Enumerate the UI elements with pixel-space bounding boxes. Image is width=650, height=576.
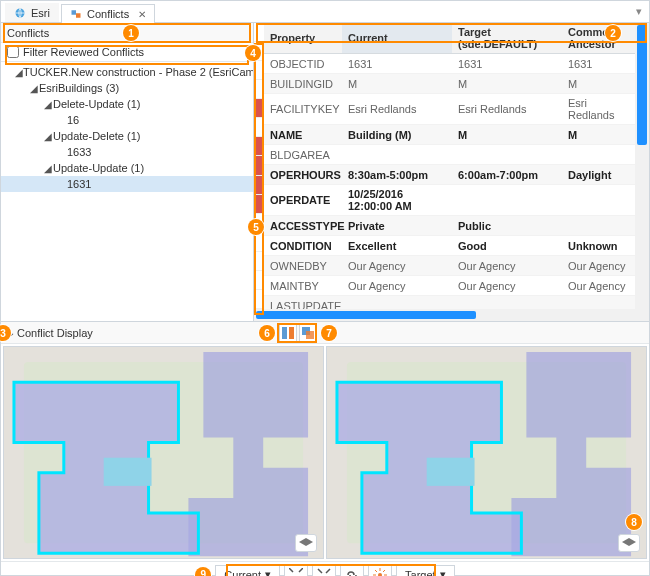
scroll-thumb[interactable] xyxy=(256,311,476,319)
callout-4: 4 xyxy=(245,45,261,61)
filter-reviewed-checkbox[interactable] xyxy=(7,46,19,58)
display-toolbar: 6 7 xyxy=(261,324,335,342)
table-row[interactable]: CONDITIONExcellentGoodUnknown xyxy=(264,236,635,256)
top-row: Conflicts Filter Reviewed Conflicts 4 ◢T… xyxy=(1,23,649,321)
vertical-scrollbar[interactable] xyxy=(635,23,649,309)
callout-7: 7 xyxy=(321,325,337,341)
arrows-out-icon xyxy=(317,568,331,576)
col-ancestor[interactable]: Common Ancestor xyxy=(562,23,635,54)
svg-rect-3 xyxy=(282,327,287,339)
zoom-extent-in-button[interactable] xyxy=(284,565,308,576)
filter-row: Filter Reviewed Conflicts 4 xyxy=(1,43,253,62)
callout-6: 6 xyxy=(259,325,275,341)
map-svg xyxy=(4,347,323,558)
layers-icon xyxy=(299,538,313,548)
target-dropdown[interactable]: Target▾ xyxy=(396,565,455,576)
display-bottom-toolbar: 9 Current▾ Target▾ xyxy=(1,561,649,576)
flash-icon xyxy=(373,568,387,576)
table-row[interactable]: OPERDATE10/25/2016 12:00:00 AM xyxy=(264,185,635,216)
conflicts-tree[interactable]: ◢TUCKER.New construction - Phase 2 (Esri… xyxy=(1,62,253,321)
map-widget-button[interactable] xyxy=(618,534,640,552)
map-target[interactable]: 8 xyxy=(326,346,647,559)
horizontal-scrollbar[interactable] xyxy=(254,309,649,321)
tree-item-selected[interactable]: 1631 xyxy=(1,176,253,192)
filter-label: Filter Reviewed Conflicts xyxy=(23,46,144,58)
table-row[interactable]: OPERHOURS8:30am-5:00pm6:00am-7:00pmDayli… xyxy=(264,165,635,185)
tab-label: Conflicts xyxy=(87,8,129,20)
callout-9: 9 xyxy=(195,567,211,576)
tab-strip: Esri Conflicts ✕ ▾ xyxy=(1,1,649,23)
link-views-button[interactable] xyxy=(340,565,364,576)
svg-rect-17 xyxy=(427,458,475,486)
flash-button[interactable] xyxy=(368,565,392,576)
tab-esri[interactable]: Esri xyxy=(5,3,59,22)
main-split: Conflicts Filter Reviewed Conflicts 4 ◢T… xyxy=(1,23,649,576)
table-row[interactable]: FACILITYKEYEsri RedlandsEsri RedlandsEsr… xyxy=(264,94,635,125)
overlay-icon xyxy=(302,327,314,339)
conflict-display-section: 3 ⌄ Conflict Display 6 7 xyxy=(1,321,649,576)
svg-rect-2 xyxy=(76,13,81,18)
table-row[interactable]: OWNEDBYOur AgencyOur AgencyOur Agency xyxy=(264,256,635,276)
zoom-extent-out-button[interactable] xyxy=(312,565,336,576)
map-container: 8 xyxy=(1,344,649,561)
view-overlay-button[interactable] xyxy=(299,324,317,342)
tree-item[interactable]: 1633 xyxy=(1,144,253,160)
table-row[interactable]: NAMEBuilding (M)MM xyxy=(264,125,635,145)
conflicts-pane: Esri Conflicts ✕ ▾ Conflicts Filter Revi… xyxy=(0,0,650,576)
tab-conflicts[interactable]: Conflicts ✕ xyxy=(61,4,155,23)
svg-marker-18 xyxy=(622,538,636,546)
map-widget-button[interactable] xyxy=(295,534,317,552)
tree-item[interactable]: 16 xyxy=(1,112,253,128)
callout-2: 2 xyxy=(605,25,621,41)
tree-group-update-update[interactable]: ◢Update-Update (1) xyxy=(1,160,253,176)
tree-layer[interactable]: ◢EsriBuildings (3) xyxy=(1,80,253,96)
layers-icon xyxy=(622,538,636,548)
tab-label: Esri xyxy=(31,7,50,19)
table-row[interactable]: BLDGAREA xyxy=(264,145,635,165)
table-row[interactable]: LASTUPDATE xyxy=(264,296,635,310)
chevron-down-icon: ▾ xyxy=(440,568,446,576)
chevron-down-icon: ▾ xyxy=(265,568,271,576)
marker-column xyxy=(254,23,264,309)
panel-menu-icon[interactable]: ▾ xyxy=(629,1,649,22)
tree-group-delete-update[interactable]: ◢Delete-Update (1) xyxy=(1,96,253,112)
grid-panel: Property Current Target (sde.DEFAULT) Co… xyxy=(254,23,649,321)
scroll-thumb[interactable] xyxy=(637,25,647,145)
svg-rect-11 xyxy=(104,458,152,486)
svg-marker-12 xyxy=(299,538,313,546)
svg-rect-1 xyxy=(71,10,76,15)
grid-wrap: Property Current Target (sde.DEFAULT) Co… xyxy=(254,23,649,309)
tree-panel: Conflicts Filter Reviewed Conflicts 4 ◢T… xyxy=(1,23,254,321)
arrows-in-icon xyxy=(289,568,303,576)
callout-5: 5 xyxy=(248,219,264,235)
col-target[interactable]: Target (sde.DEFAULT) xyxy=(452,23,562,54)
columns-icon xyxy=(282,327,294,339)
svg-rect-4 xyxy=(289,327,294,339)
current-dropdown[interactable]: Current▾ xyxy=(215,565,280,576)
section-title: Conflict Display xyxy=(17,327,93,339)
close-icon[interactable]: ✕ xyxy=(138,9,146,20)
svg-rect-6 xyxy=(306,331,314,339)
tree-group-update-delete[interactable]: ◢Update-Delete (1) xyxy=(1,128,253,144)
table-row[interactable]: OBJECTID163116311631 xyxy=(264,54,635,74)
conflicts-icon xyxy=(70,8,82,20)
section-title: Conflicts xyxy=(7,27,49,39)
map-current[interactable] xyxy=(3,346,324,559)
table-row[interactable]: BUILDINGIDMMM xyxy=(264,74,635,94)
view-sidebyside-button[interactable] xyxy=(279,324,297,342)
callout-1: 1 xyxy=(123,25,139,41)
map-svg xyxy=(327,347,646,558)
globe-icon xyxy=(14,7,26,19)
tree-root[interactable]: ◢TUCKER.New construction - Phase 2 (Esri… xyxy=(1,64,253,80)
col-property[interactable]: Property xyxy=(264,23,342,54)
col-current[interactable]: Current xyxy=(342,23,452,54)
attribute-grid[interactable]: Property Current Target (sde.DEFAULT) Co… xyxy=(264,23,635,309)
table-row[interactable]: MAINTBYOur AgencyOur AgencyOur Agency xyxy=(264,276,635,296)
table-row[interactable]: ACCESSTYPEPrivatePublic xyxy=(264,216,635,236)
conflict-display-header[interactable]: ⌄ Conflict Display 6 7 xyxy=(1,322,649,344)
link-icon xyxy=(345,568,359,576)
